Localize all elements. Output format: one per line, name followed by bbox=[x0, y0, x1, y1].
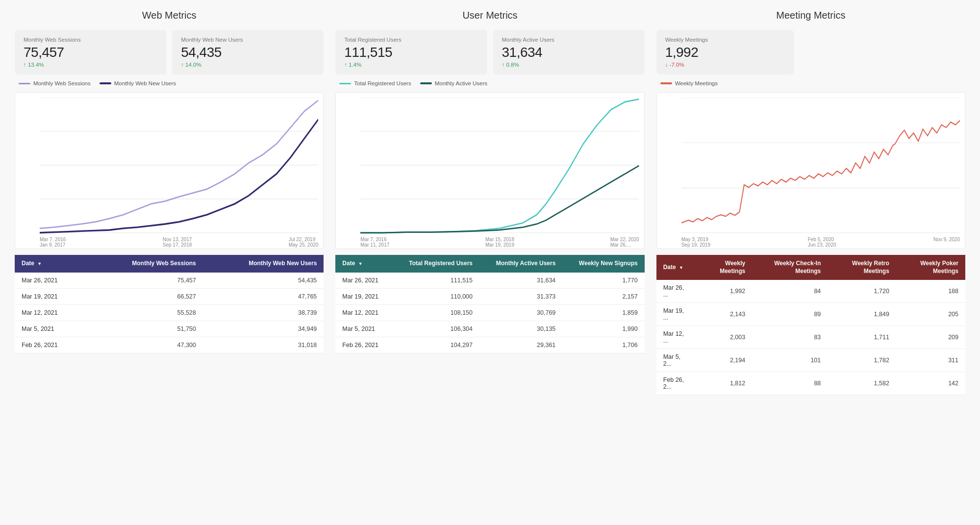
kpi-total-users-change: ↑ 1.4% bbox=[344, 62, 478, 68]
web-x-label-3: Jul 22, 2019May 25, 2020 bbox=[289, 237, 319, 248]
kpi-active-users-change: ↑ 0.8% bbox=[502, 62, 636, 68]
table-row: Mar 12, ... 2,003 83 1,711 209 bbox=[656, 326, 965, 349]
cell-total: 106,304 bbox=[392, 321, 479, 337]
kpi-web-new-users: Monthly Web New Users 54,435 ↑ 14.0% bbox=[172, 30, 324, 75]
user-col-signups[interactable]: Weekly New Signups bbox=[562, 255, 644, 273]
kpi-weekly-meetings: Weekly Meetings 1,992 ↓ -7.0% bbox=[656, 30, 794, 75]
cell-weekly: 2,194 bbox=[697, 349, 752, 372]
cell-date: Mar 19, ... bbox=[656, 303, 697, 326]
user-section-title: User Metrics bbox=[335, 10, 644, 24]
meeting-chart-legend: Weekly Meetings bbox=[656, 80, 965, 86]
kpi-web-new-users-value: 54,435 bbox=[181, 45, 315, 60]
cell-date: Feb 26, 2021 bbox=[15, 337, 88, 353]
meeting-legend-weekly-label: Weekly Meetings bbox=[675, 80, 718, 86]
cell-date: Mar 5, 2... bbox=[656, 349, 697, 372]
table-row: Mar 26, 2021 75,457 54,435 bbox=[15, 273, 324, 289]
table-row: Mar 19, 2021 66,527 47,765 bbox=[15, 288, 324, 304]
user-x-label-1: Mar 7, 2016Mar 11, 2017 bbox=[360, 237, 389, 248]
meeting-col-checkin[interactable]: Weekly Check-In Meetings bbox=[752, 255, 828, 280]
cell-sessions: 55,528 bbox=[88, 304, 203, 321]
cell-signups: 1,990 bbox=[562, 321, 644, 337]
web-table: Date ▼ Monthly Web Sessions Monthly Web … bbox=[15, 255, 324, 353]
user-table: Date ▼ Total Registered Users Monthly Ac… bbox=[335, 255, 644, 353]
web-legend-new-users-line bbox=[100, 82, 111, 84]
cell-signups: 2,157 bbox=[562, 288, 644, 304]
user-col-date[interactable]: Date ▼ bbox=[335, 255, 392, 273]
cell-retro: 1,582 bbox=[828, 372, 896, 395]
table-row: Feb 26, 2021 104,297 29,361 1,706 bbox=[335, 337, 644, 353]
meeting-section-title: Meeting Metrics bbox=[656, 10, 965, 24]
meeting-x-label-1: May 3, 2019Sep 19, 2019 bbox=[681, 237, 711, 248]
dashboard: Web Metrics Monthly Web Sessions 75,457 … bbox=[0, 0, 980, 405]
user-table-header: Date ▼ Total Registered Users Monthly Ac… bbox=[335, 255, 644, 273]
cell-date: Feb 26, 2... bbox=[656, 372, 697, 395]
cell-poker: 188 bbox=[896, 280, 965, 303]
cell-weekly: 1,992 bbox=[697, 280, 752, 303]
cell-signups: 1,770 bbox=[562, 273, 644, 289]
meeting-legend-weekly-line bbox=[660, 82, 672, 84]
table-row: Mar 26, 2021 111,515 31,634 1,770 bbox=[335, 273, 644, 289]
cell-date: Mar 12, 2021 bbox=[15, 304, 88, 321]
user-section: User Metrics Total Registered Users 111,… bbox=[335, 10, 644, 395]
meeting-col-retro[interactable]: Weekly Retro Meetings bbox=[828, 255, 896, 280]
web-section-title: Web Metrics bbox=[15, 10, 324, 24]
cell-weekly: 1,812 bbox=[697, 372, 752, 395]
kpi-weekly-meetings-label: Weekly Meetings bbox=[665, 37, 785, 43]
meeting-col-date[interactable]: Date ▼ bbox=[656, 255, 697, 280]
web-legend-sessions: Monthly Web Sessions bbox=[19, 80, 91, 86]
kpi-active-users-value: 31,634 bbox=[502, 45, 636, 60]
cell-date: Mar 26, 2021 bbox=[335, 273, 392, 289]
user-chart: Mar 7, 2016Mar 11, 2017 Mar 15, 2018Mar … bbox=[335, 92, 644, 249]
user-legend-active-label: Monthly Active Users bbox=[435, 80, 487, 86]
user-kpi-row: Total Registered Users 111,515 ↑ 1.4% Mo… bbox=[335, 30, 644, 75]
kpi-weekly-meetings-value: 1,992 bbox=[665, 45, 785, 60]
table-row: Mar 12, 2021 108,150 30,769 1,859 bbox=[335, 304, 644, 321]
meeting-col-weekly[interactable]: Weekly Meetings bbox=[697, 255, 752, 280]
user-legend-total-label: Total Registered Users bbox=[354, 80, 411, 86]
cell-sessions: 66,527 bbox=[88, 288, 203, 304]
cell-date: Mar 19, 2021 bbox=[15, 288, 88, 304]
meeting-section: Meeting Metrics Weekly Meetings 1,992 ↓ … bbox=[656, 10, 965, 395]
web-kpi-row: Monthly Web Sessions 75,457 ↑ 13.4% Mont… bbox=[15, 30, 324, 75]
cell-active: 31,634 bbox=[479, 273, 562, 289]
table-row: Mar 26, ... 1,992 84 1,720 188 bbox=[656, 280, 965, 303]
user-legend-total: Total Registered Users bbox=[339, 80, 411, 86]
kpi-total-users-label: Total Registered Users bbox=[344, 37, 478, 43]
web-table-body: Mar 26, 2021 75,457 54,435 Mar 19, 2021 … bbox=[15, 273, 324, 353]
user-col-active[interactable]: Monthly Active Users bbox=[479, 255, 562, 273]
cell-total: 104,297 bbox=[392, 337, 479, 353]
web-x-axis: Mar 7, 2016Jan 9, 2017 Nov 13, 2017Sep 1… bbox=[40, 237, 318, 248]
cell-date: Mar 26, 2021 bbox=[15, 273, 88, 289]
kpi-web-sessions: Monthly Web Sessions 75,457 ↑ 13.4% bbox=[15, 30, 166, 75]
meeting-col-poker[interactable]: Weekly Poker Meetings bbox=[896, 255, 965, 280]
cell-checkin: 101 bbox=[752, 349, 828, 372]
cell-weekly: 2,143 bbox=[697, 303, 752, 326]
meeting-legend-weekly: Weekly Meetings bbox=[660, 80, 718, 86]
user-legend-total-line bbox=[339, 83, 351, 84]
table-row: Mar 12, 2021 55,528 38,739 bbox=[15, 304, 324, 321]
web-col-date[interactable]: Date ▼ bbox=[15, 255, 88, 273]
kpi-active-users-label: Monthly Active Users bbox=[502, 37, 636, 43]
cell-checkin: 89 bbox=[752, 303, 828, 326]
cell-date: Mar 5, 2021 bbox=[15, 321, 88, 337]
web-col-new-users[interactable]: Monthly Web New Users bbox=[203, 255, 324, 273]
user-chart-svg bbox=[360, 98, 639, 234]
web-col-sessions[interactable]: Monthly Web Sessions bbox=[88, 255, 203, 273]
cell-signups: 1,859 bbox=[562, 304, 644, 321]
user-legend-active: Monthly Active Users bbox=[420, 80, 487, 86]
user-chart-legend: Total Registered Users Monthly Active Us… bbox=[335, 80, 644, 86]
cell-active: 30,769 bbox=[479, 304, 562, 321]
table-row: Mar 19, 2021 110,000 31,373 2,157 bbox=[335, 288, 644, 304]
meeting-table-body: Mar 26, ... 1,992 84 1,720 188 Mar 19, .… bbox=[656, 280, 965, 395]
cell-date: Mar 12, 2021 bbox=[335, 304, 392, 321]
meeting-x-label-3: Nov 9, 2020 bbox=[933, 237, 960, 248]
cell-active: 31,373 bbox=[479, 288, 562, 304]
kpi-web-new-users-change: ↑ 14.0% bbox=[181, 62, 315, 68]
meeting-table: Date ▼ Weekly Meetings Weekly Check-In M… bbox=[656, 255, 965, 395]
cell-retro: 1,720 bbox=[828, 280, 896, 303]
cell-total: 111,515 bbox=[392, 273, 479, 289]
titles-row: Web Metrics Monthly Web Sessions 75,457 … bbox=[15, 10, 965, 395]
user-col-total[interactable]: Total Registered Users bbox=[392, 255, 479, 273]
table-row: Feb 26, 2021 47,300 31,018 bbox=[15, 337, 324, 353]
user-legend-active-line bbox=[420, 82, 432, 84]
